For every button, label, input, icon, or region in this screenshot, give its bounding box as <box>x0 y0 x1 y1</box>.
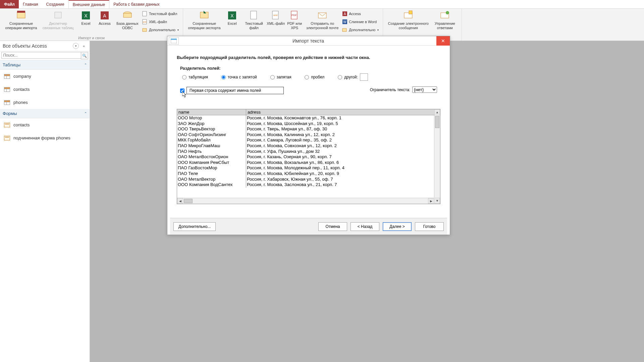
preview-row[interactable]: ЗАО ЖелДорРоссия, г. Москва, Шоссейная у… <box>177 121 440 127</box>
cell-name: ПАО МикроГлавМаш <box>177 143 246 149</box>
more-icon <box>142 27 148 33</box>
import-more-button[interactable]: Дополнительно▾ <box>141 26 180 34</box>
export-xml-button[interactable]: xml XML-файл <box>266 10 285 26</box>
tab-external-data[interactable]: Внешние данные <box>68 0 110 8</box>
search-icon[interactable]: 🔍 <box>81 52 88 59</box>
import-access-button[interactable]: A Access <box>95 10 114 26</box>
preview-row[interactable]: ООО ТверьВекторРоссия, г. Тверь, Мирная … <box>177 126 440 132</box>
label: Текстовый файл <box>241 21 266 30</box>
linked-table-icon <box>53 10 63 21</box>
cell-adress: Россия, г. Москва, Совхозная ул., 12, ко… <box>246 143 440 149</box>
preview-row[interactable]: ПАО ТелеРоссия, г. Москва, Юбилейная ул.… <box>177 171 440 177</box>
email-create-icon <box>403 10 414 21</box>
export-text-button[interactable]: Текстовый файл <box>241 10 266 30</box>
preview-header: name adress <box>177 109 440 115</box>
vertical-scrollbar[interactable]: ▲ ▼ <box>434 115 440 198</box>
cell-adress: Россия, г. Самара, Луговой пер., 35, оф.… <box>246 137 440 143</box>
scroll-thumb[interactable] <box>184 199 193 203</box>
radio-space[interactable]: пробел <box>305 75 324 79</box>
instruction-text: Выберите подходящий разделитель полей, п… <box>177 55 440 60</box>
manage-replies-button[interactable]: Управление ответами <box>431 10 459 30</box>
scroll-right-icon[interactable]: ▶ <box>428 198 434 204</box>
label: Текстовый файл <box>149 12 177 16</box>
horizontal-scrollbar[interactable]: ◀ ▶ <box>177 198 434 204</box>
scroll-thumb[interactable] <box>435 116 439 128</box>
tab-file[interactable]: Файл <box>0 0 19 8</box>
saved-export-button[interactable]: Сохраненные операции экспорта <box>186 10 223 30</box>
label: точка с запятой <box>228 75 257 79</box>
export-word-merge-button[interactable]: WСлияние в Word <box>341 18 380 25</box>
label: Сохраненные операции импорта <box>3 21 40 30</box>
preview-row[interactable]: ООО МоторРоссия, г. Москва, Космонавтов … <box>177 115 440 121</box>
group-tables[interactable]: Таблицы⌃ <box>0 60 90 70</box>
back-button[interactable]: < Назад <box>351 222 379 231</box>
xml-icon: xml <box>270 10 281 21</box>
tab-home[interactable]: Главная <box>19 0 42 8</box>
advanced-button[interactable]: Дополнительно... <box>173 222 216 231</box>
label: Excel <box>82 21 91 26</box>
export-more-button[interactable]: Дополнительно▾ <box>341 26 380 34</box>
preview-row[interactable]: ПАО НефтьРоссия, г. Уфа, Пушкина ул., до… <box>177 149 440 155</box>
label: подчиненная форма phones <box>13 135 70 140</box>
preview-row[interactable]: ОАО МеталВекторРоссия, г. Хабаровск, Южн… <box>177 177 440 182</box>
tab-database-tools[interactable]: Работа с базами данных <box>109 0 163 8</box>
group-forms[interactable]: Формы⌃ <box>0 109 90 118</box>
preview-grid[interactable]: name adress ООО МоторРоссия, г. Москва, … <box>177 109 440 204</box>
saved-import-icon <box>16 10 26 21</box>
nav-header[interactable]: Все объекты Access ▾ « <box>0 41 90 51</box>
radio-other[interactable]: другой: <box>338 73 368 81</box>
scroll-left-icon[interactable]: ◀ <box>177 198 183 204</box>
chevron-down-icon[interactable]: ▾ <box>73 43 79 49</box>
nav-table-item[interactable]: company <box>0 70 90 83</box>
scroll-track[interactable] <box>183 198 428 204</box>
svg-rect-27 <box>342 28 346 32</box>
tab-create[interactable]: Создание <box>42 0 68 8</box>
collapse-icon[interactable]: « <box>81 43 87 49</box>
import-excel-button[interactable]: X Excel <box>76 10 95 26</box>
label: пробел <box>311 75 324 79</box>
preview-row[interactable]: ПАО МикроГлавМашРоссия, г. Москва, Совхо… <box>177 143 440 149</box>
saved-import-button[interactable]: Сохраненные операции импорта <box>3 10 40 30</box>
nav-form-item[interactable]: подчиненная форма phones <box>0 131 90 144</box>
label: XML-файл <box>267 21 285 26</box>
svg-rect-12 <box>143 28 147 32</box>
scroll-up-icon[interactable]: ▲ <box>434 109 440 115</box>
svg-rect-9 <box>143 11 147 16</box>
radio-comma[interactable]: запятая <box>270 75 291 79</box>
other-char-input[interactable] <box>360 73 368 81</box>
preview-row[interactable]: ООО Компания РемСбытРоссия, г. Москва, В… <box>177 160 440 166</box>
preview-row[interactable]: ОАО МеталВостокОрионРоссия, г. Казань, О… <box>177 154 440 160</box>
col-header-adress[interactable]: adress <box>246 109 440 115</box>
export-pdf-button[interactable]: PDF PDF или XPS <box>285 10 304 30</box>
qualifier-select[interactable]: {нет} <box>412 86 437 93</box>
preview-row[interactable]: ОАО СофтОрионЛизингРоссия, г. Москва, Ка… <box>177 132 440 138</box>
next-button[interactable]: Далее > <box>383 222 412 231</box>
col-header-name[interactable]: name <box>177 109 246 115</box>
create-email-msg-button[interactable]: Создание электронного сообщения <box>386 10 431 30</box>
export-excel-button[interactable]: X Excel <box>223 10 241 26</box>
nav-form-item[interactable]: contacts <box>0 118 90 131</box>
svg-rect-29 <box>409 11 412 14</box>
cell-name: ПАО ГазВостокМор <box>177 165 246 171</box>
import-text-button[interactable]: Текстовый файл <box>141 10 180 17</box>
cancel-button[interactable]: Отмена <box>318 222 347 231</box>
svg-rect-1 <box>17 11 25 13</box>
excel-icon: X <box>80 10 91 21</box>
radio-semicolon[interactable]: точка с запятой <box>221 75 257 79</box>
chevron-up-icon: ⌃ <box>84 112 87 115</box>
nav-table-item[interactable]: contacts <box>0 83 90 96</box>
preview-row[interactable]: ООО Компания ВодСантехРоссия, г. Москва,… <box>177 182 440 188</box>
xml-icon: xml <box>142 19 148 24</box>
import-odbc-button[interactable]: База данных ODBC <box>114 10 141 30</box>
finish-button[interactable]: Готово <box>415 222 444 231</box>
export-access-button[interactable]: AAccess <box>341 10 380 17</box>
nav-table-item[interactable]: phones <box>0 96 90 109</box>
search-input[interactable] <box>1 52 81 59</box>
preview-row[interactable]: МКК ГорМобайлРоссия, г. Самара, Луговой … <box>177 137 440 143</box>
preview-row[interactable]: ПАО ГазВостокМорРоссия, г. Москва, Молод… <box>177 165 440 171</box>
scroll-down-icon[interactable]: ▼ <box>434 198 440 204</box>
radio-tab[interactable]: табуляция <box>182 75 208 79</box>
import-xml-button[interactable]: xmlXML-файл <box>141 18 180 25</box>
export-email-button[interactable]: Отправить по электронной почте <box>304 10 341 30</box>
close-button[interactable]: ✕ <box>436 36 450 46</box>
